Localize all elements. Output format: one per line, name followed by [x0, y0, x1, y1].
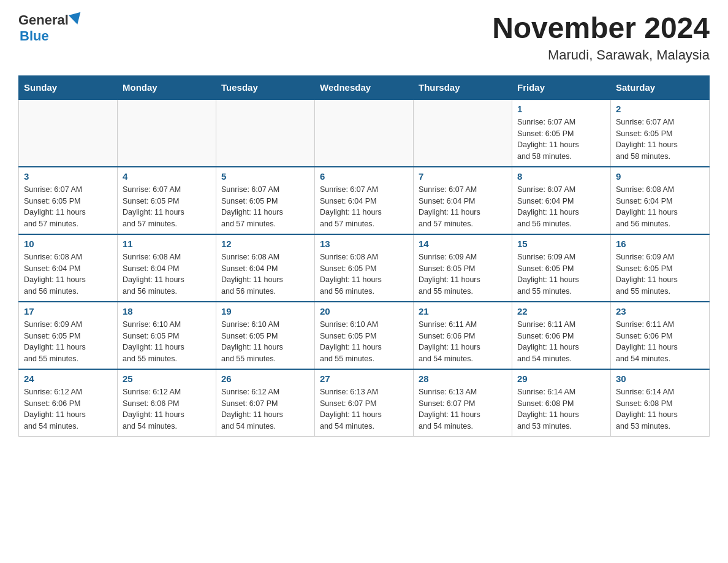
day-info: Sunrise: 6:10 AMSunset: 6:05 PMDaylight:…	[221, 319, 309, 365]
month-title: November 2024	[492, 12, 710, 45]
calendar-week-row: 1Sunrise: 6:07 AMSunset: 6:05 PMDaylight…	[19, 99, 710, 167]
calendar-cell: 14Sunrise: 6:09 AMSunset: 6:05 PMDayligh…	[414, 234, 512, 302]
day-number: 17	[24, 306, 112, 316]
logo-general-text: General	[18, 12, 69, 28]
weekday-header-friday: Friday	[512, 75, 611, 99]
day-info: Sunrise: 6:09 AMSunset: 6:05 PMDaylight:…	[24, 319, 112, 365]
day-number: 7	[419, 171, 507, 182]
weekday-header-row: SundayMondayTuesdayWednesdayThursdayFrid…	[19, 75, 710, 99]
day-number: 28	[419, 373, 507, 384]
calendar-week-row: 17Sunrise: 6:09 AMSunset: 6:05 PMDayligh…	[19, 302, 710, 369]
calendar-cell	[19, 99, 118, 167]
day-info: Sunrise: 6:08 AMSunset: 6:04 PMDaylight:…	[123, 251, 211, 297]
day-info: Sunrise: 6:13 AMSunset: 6:07 PMDaylight:…	[419, 386, 507, 432]
weekday-header-sunday: Sunday	[19, 75, 118, 99]
day-number: 9	[616, 171, 704, 182]
calendar-cell: 26Sunrise: 6:12 AMSunset: 6:07 PMDayligh…	[216, 369, 315, 437]
calendar-cell: 23Sunrise: 6:11 AMSunset: 6:06 PMDayligh…	[611, 302, 710, 369]
day-number: 20	[320, 306, 408, 316]
logo-blue-text: Blue	[20, 28, 49, 44]
day-info: Sunrise: 6:08 AMSunset: 6:04 PMDaylight:…	[24, 251, 112, 297]
day-info: Sunrise: 6:11 AMSunset: 6:06 PMDaylight:…	[616, 319, 704, 365]
calendar-cell: 1Sunrise: 6:07 AMSunset: 6:05 PMDaylight…	[512, 99, 611, 167]
day-info: Sunrise: 6:07 AMSunset: 6:04 PMDaylight:…	[419, 184, 507, 230]
calendar-cell: 22Sunrise: 6:11 AMSunset: 6:06 PMDayligh…	[512, 302, 611, 369]
calendar-week-row: 24Sunrise: 6:12 AMSunset: 6:06 PMDayligh…	[19, 369, 710, 437]
calendar-cell: 4Sunrise: 6:07 AMSunset: 6:05 PMDaylight…	[118, 167, 216, 234]
day-number: 15	[517, 239, 605, 249]
calendar-cell: 18Sunrise: 6:10 AMSunset: 6:05 PMDayligh…	[118, 302, 216, 369]
day-info: Sunrise: 6:08 AMSunset: 6:04 PMDaylight:…	[221, 251, 309, 297]
day-number: 25	[123, 373, 211, 384]
day-info: Sunrise: 6:08 AMSunset: 6:05 PMDaylight:…	[320, 251, 408, 297]
day-number: 13	[320, 239, 408, 249]
day-info: Sunrise: 6:10 AMSunset: 6:05 PMDaylight:…	[320, 319, 408, 365]
calendar-cell: 15Sunrise: 6:09 AMSunset: 6:05 PMDayligh…	[512, 234, 611, 302]
day-number: 2	[616, 104, 704, 114]
day-number: 19	[221, 306, 309, 316]
calendar-cell	[315, 99, 414, 167]
day-info: Sunrise: 6:13 AMSunset: 6:07 PMDaylight:…	[320, 386, 408, 432]
calendar-cell: 11Sunrise: 6:08 AMSunset: 6:04 PMDayligh…	[118, 234, 216, 302]
title-block: November 2024 Marudi, Sarawak, Malaysia	[492, 12, 710, 63]
day-number: 4	[123, 171, 211, 182]
calendar-cell: 10Sunrise: 6:08 AMSunset: 6:04 PMDayligh…	[19, 234, 118, 302]
day-info: Sunrise: 6:11 AMSunset: 6:06 PMDaylight:…	[419, 319, 507, 365]
day-number: 27	[320, 373, 408, 384]
calendar-cell: 12Sunrise: 6:08 AMSunset: 6:04 PMDayligh…	[216, 234, 315, 302]
day-number: 24	[24, 373, 112, 384]
calendar-cell: 13Sunrise: 6:08 AMSunset: 6:05 PMDayligh…	[315, 234, 414, 302]
calendar-cell	[216, 99, 315, 167]
day-number: 26	[221, 373, 309, 384]
location-title: Marudi, Sarawak, Malaysia	[492, 47, 710, 63]
day-info: Sunrise: 6:12 AMSunset: 6:06 PMDaylight:…	[123, 386, 211, 432]
calendar-cell: 16Sunrise: 6:09 AMSunset: 6:05 PMDayligh…	[611, 234, 710, 302]
calendar-cell: 5Sunrise: 6:07 AMSunset: 6:05 PMDaylight…	[216, 167, 315, 234]
calendar-cell: 30Sunrise: 6:14 AMSunset: 6:08 PMDayligh…	[611, 369, 710, 437]
day-number: 11	[123, 239, 211, 249]
calendar-cell: 8Sunrise: 6:07 AMSunset: 6:04 PMDaylight…	[512, 167, 611, 234]
calendar-cell: 6Sunrise: 6:07 AMSunset: 6:04 PMDaylight…	[315, 167, 414, 234]
day-info: Sunrise: 6:07 AMSunset: 6:05 PMDaylight:…	[616, 117, 704, 163]
day-number: 6	[320, 171, 408, 182]
calendar-cell: 27Sunrise: 6:13 AMSunset: 6:07 PMDayligh…	[315, 369, 414, 437]
calendar-cell: 20Sunrise: 6:10 AMSunset: 6:05 PMDayligh…	[315, 302, 414, 369]
calendar-cell: 28Sunrise: 6:13 AMSunset: 6:07 PMDayligh…	[414, 369, 512, 437]
day-info: Sunrise: 6:07 AMSunset: 6:05 PMDaylight:…	[517, 117, 605, 163]
calendar-cell: 3Sunrise: 6:07 AMSunset: 6:05 PMDaylight…	[19, 167, 118, 234]
day-info: Sunrise: 6:12 AMSunset: 6:07 PMDaylight:…	[221, 386, 309, 432]
weekday-header-thursday: Thursday	[414, 75, 512, 99]
day-number: 1	[517, 104, 605, 114]
day-number: 23	[616, 306, 704, 316]
weekday-header-monday: Monday	[118, 75, 216, 99]
day-number: 14	[419, 239, 507, 249]
logo-triangle-icon	[69, 12, 83, 26]
page-header: General Blue November 2024 Marudi, Saraw…	[18, 12, 710, 63]
calendar-week-row: 10Sunrise: 6:08 AMSunset: 6:04 PMDayligh…	[19, 234, 710, 302]
day-number: 21	[419, 306, 507, 316]
day-info: Sunrise: 6:07 AMSunset: 6:05 PMDaylight:…	[123, 184, 211, 230]
day-number: 29	[517, 373, 605, 384]
day-info: Sunrise: 6:08 AMSunset: 6:04 PMDaylight:…	[616, 184, 704, 230]
day-info: Sunrise: 6:14 AMSunset: 6:08 PMDaylight:…	[517, 386, 605, 432]
day-number: 10	[24, 239, 112, 249]
calendar-cell: 24Sunrise: 6:12 AMSunset: 6:06 PMDayligh…	[19, 369, 118, 437]
day-number: 8	[517, 171, 605, 182]
calendar-cell: 2Sunrise: 6:07 AMSunset: 6:05 PMDaylight…	[611, 99, 710, 167]
day-info: Sunrise: 6:07 AMSunset: 6:04 PMDaylight:…	[517, 184, 605, 230]
day-info: Sunrise: 6:09 AMSunset: 6:05 PMDaylight:…	[419, 251, 507, 297]
day-number: 5	[221, 171, 309, 182]
day-number: 3	[24, 171, 112, 182]
day-info: Sunrise: 6:09 AMSunset: 6:05 PMDaylight:…	[517, 251, 605, 297]
calendar-cell: 19Sunrise: 6:10 AMSunset: 6:05 PMDayligh…	[216, 302, 315, 369]
logo: General Blue	[18, 12, 82, 44]
day-number: 30	[616, 373, 704, 384]
day-number: 12	[221, 239, 309, 249]
day-number: 18	[123, 306, 211, 316]
day-info: Sunrise: 6:11 AMSunset: 6:06 PMDaylight:…	[517, 319, 605, 365]
calendar-cell: 25Sunrise: 6:12 AMSunset: 6:06 PMDayligh…	[118, 369, 216, 437]
weekday-header-tuesday: Tuesday	[216, 75, 315, 99]
day-info: Sunrise: 6:07 AMSunset: 6:04 PMDaylight:…	[320, 184, 408, 230]
day-info: Sunrise: 6:12 AMSunset: 6:06 PMDaylight:…	[24, 386, 112, 432]
weekday-header-saturday: Saturday	[611, 75, 710, 99]
